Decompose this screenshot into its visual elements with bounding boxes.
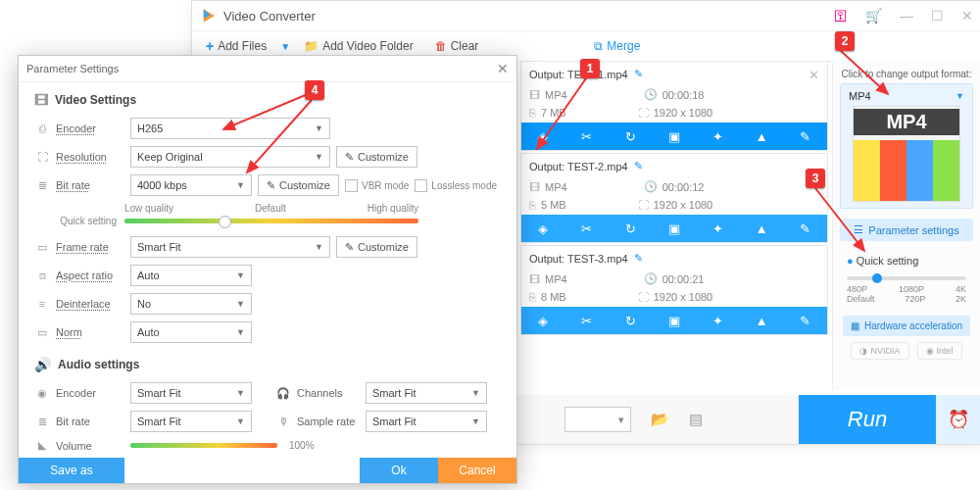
file-card: Output: TEST-3.mp4✎ 🎞MP4 🕓00:00:21 ⎘8 MB… — [520, 245, 828, 335]
quick-setting-slider[interactable] — [847, 276, 966, 280]
alarm-button[interactable]: ⏰ — [936, 395, 980, 444]
dialog-titlebar: Parameter Settings ✕ — [19, 56, 516, 82]
dims-value: 1920 x 1080 — [654, 199, 713, 211]
list-icon[interactable]: ▤ — [689, 411, 703, 428]
format-value: MP4 — [545, 181, 567, 193]
minimize-icon[interactable]: — — [900, 8, 913, 24]
chevron-down-icon[interactable]: ▼ — [956, 91, 964, 101]
slider-knob[interactable] — [219, 216, 231, 228]
customize-resolution-button[interactable]: ✎Customize — [336, 146, 417, 168]
cancel-button[interactable]: Cancel — [438, 458, 516, 483]
samplerate-select[interactable]: Smart Fit▼ — [366, 411, 487, 432]
ok-button[interactable]: Ok — [360, 458, 438, 483]
output-path-dropdown[interactable]: ▾ — [564, 407, 631, 432]
volume-slider[interactable] — [130, 443, 277, 448]
crop-icon[interactable]: ▣ — [667, 221, 681, 235]
watermark-icon[interactable]: ▲ — [755, 221, 768, 235]
trim-icon[interactable]: ✂ — [580, 221, 594, 235]
param-tool-icon[interactable]: ◈ — [536, 314, 550, 327]
aspect-select[interactable]: Auto▼ — [130, 265, 252, 286]
open-folder-icon[interactable]: 📂 — [651, 411, 669, 428]
dialog-close-icon[interactable]: ✕ — [497, 61, 509, 76]
plus-icon: + — [206, 38, 214, 54]
nvidia-button[interactable]: ◑NVIDIA — [851, 342, 908, 360]
subtitle-icon[interactable]: ✎ — [799, 129, 812, 143]
watermark-icon[interactable]: ▲ — [755, 314, 768, 327]
audio-section-label: Audio settings — [58, 358, 139, 371]
channels-select[interactable]: Smart Fit▼ — [366, 382, 487, 404]
video-encoder-select[interactable]: H265▼ — [130, 118, 330, 139]
clock-icon: 🕓 — [644, 180, 658, 193]
samplerate-value: Smart Fit — [372, 416, 416, 427]
effects-icon[interactable]: ✦ — [711, 314, 725, 327]
checkbox-icon — [345, 179, 358, 192]
output-name: Output: TEST-2.mp4 — [529, 161, 628, 172]
chevron-down-icon: ▼ — [236, 299, 245, 309]
subtitle-icon[interactable]: ✎ — [799, 221, 812, 235]
deinterlace-select[interactable]: No▼ — [130, 293, 252, 315]
clear-button[interactable]: 🗑Clear — [427, 37, 487, 55]
hardware-acceleration-button[interactable]: ▦Hardware acceleration — [843, 316, 970, 336]
volume-label: Volume — [56, 440, 124, 452]
subtitle-icon[interactable]: ✎ — [799, 314, 812, 327]
hw-label: Hardware acceleration — [864, 320, 962, 331]
chevron-down-icon: ▼ — [471, 416, 480, 426]
trim-icon[interactable]: ✂ — [580, 314, 594, 327]
close-icon[interactable]: ✕ — [961, 8, 973, 24]
clock-icon: 🕓 — [644, 88, 658, 101]
add-files-button[interactable]: +Add Files — [198, 36, 274, 56]
parameter-settings-dialog: Parameter Settings ✕ 🎞Video Settings ⎙ E… — [18, 55, 517, 484]
volume-icon: ◣ — [34, 439, 50, 452]
resolution-select[interactable]: Keep Original▼ — [130, 146, 330, 168]
format-icon: 🎞 — [529, 181, 540, 193]
audio-settings-header: 🔊Audio settings — [34, 357, 501, 372]
output-format-box[interactable]: MP4▼ MP4 — [840, 83, 973, 209]
audio-encoder-select[interactable]: Smart Fit▼ — [130, 382, 252, 404]
customize-framerate-button[interactable]: ✎Customize — [336, 236, 417, 258]
chevron-down-icon: ▼ — [471, 388, 480, 398]
framerate-select[interactable]: Smart Fit▼ — [130, 236, 330, 258]
run-button[interactable]: Run — [799, 395, 936, 444]
trim-icon[interactable]: ✂ — [580, 129, 594, 143]
thumb-art — [854, 140, 959, 201]
bitrate-quality-slider[interactable] — [124, 219, 418, 223]
crop-icon[interactable]: ▣ — [667, 314, 681, 327]
deinterlace-label: Deinterlace — [56, 298, 124, 310]
bitrate-value: 4000 kbps — [137, 179, 187, 191]
video-section-label: Video Settings — [55, 93, 136, 107]
audio-bitrate-select[interactable]: Smart Fit▼ — [130, 411, 252, 432]
save-as-button[interactable]: Save as — [19, 458, 124, 483]
effects-icon[interactable]: ✦ — [711, 129, 725, 143]
pencil-icon[interactable]: ✎ — [634, 68, 643, 80]
channels-label: Channels — [297, 387, 360, 399]
rotate-icon[interactable]: ↻ — [623, 314, 637, 327]
merge-button[interactable]: ⧉Merge — [586, 37, 648, 55]
param-tool-icon[interactable]: ◈ — [536, 129, 550, 143]
bitrate-select[interactable]: 4000 kbps▼ — [130, 174, 252, 196]
run-label: Run — [848, 407, 887, 432]
pencil-icon[interactable]: ✎ — [634, 252, 643, 265]
cart-icon[interactable]: 🛒 — [865, 8, 882, 24]
key-icon[interactable]: ⚿ — [834, 8, 848, 24]
watermark-icon[interactable]: ▲ — [755, 129, 768, 143]
effects-icon[interactable]: ✦ — [711, 221, 725, 235]
clock-icon: 🕓 — [644, 272, 658, 285]
lossless-mode-checkbox[interactable]: Lossless mode — [415, 179, 497, 192]
intel-button[interactable]: ◉Intel — [917, 342, 962, 360]
param-tool-icon[interactable]: ◈ — [536, 221, 550, 235]
remove-file-icon[interactable]: ✕ — [808, 68, 819, 82]
film-icon: 🎞 — [34, 92, 48, 108]
rotate-icon[interactable]: ↻ — [623, 221, 637, 235]
pencil-icon[interactable]: ✎ — [634, 160, 643, 172]
customize-bitrate-button[interactable]: ✎Customize — [258, 174, 339, 196]
encoder-icon: ⎙ — [34, 122, 50, 134]
parameter-settings-button[interactable]: ☰Parameter settings — [840, 219, 973, 241]
rotate-icon[interactable]: ↻ — [623, 129, 637, 143]
crop-icon[interactable]: ▣ — [667, 129, 681, 143]
norm-select[interactable]: Auto▼ — [130, 321, 252, 343]
vbr-mode-checkbox[interactable]: VBR mode — [345, 179, 409, 192]
maximize-icon[interactable]: ☐ — [931, 8, 944, 24]
chevron-down-icon[interactable]: ▼ — [280, 41, 290, 52]
slider-knob[interactable] — [872, 273, 882, 283]
add-video-folder-button[interactable]: 📁Add Video Folder — [296, 37, 421, 55]
